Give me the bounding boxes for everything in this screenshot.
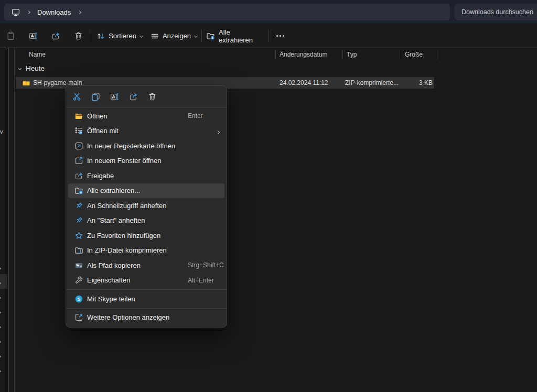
share-icon — [74, 171, 83, 180]
skype-icon: S — [74, 295, 83, 303]
menu-separator — [66, 289, 227, 290]
menu-separator — [66, 308, 227, 309]
tree-expand-icon[interactable] — [0, 277, 3, 282]
view-icon — [151, 32, 159, 40]
file-date: 24.02.2024 11:12 — [280, 79, 328, 86]
search-placeholder: Downloads durchsuchen — [461, 8, 533, 16]
menu-item-skype-teilen[interactable]: S Mit Skype teilen — [66, 291, 227, 307]
submenu-chevron-icon — [217, 126, 219, 136]
monitor-icon — [12, 8, 20, 16]
share-button[interactable] — [47, 27, 65, 45]
menu-item-neue-registerkarte[interactable]: In neuer Registerkarte öffnen — [66, 138, 227, 154]
star-icon — [74, 231, 83, 240]
column-header-name[interactable]: Name — [29, 51, 46, 58]
tree-expand-icon[interactable] — [0, 292, 3, 297]
chevron-down-icon — [139, 34, 143, 38]
menu-item-alle-extrahieren[interactable]: Alle extrahieren... — [68, 183, 224, 199]
column-header-date[interactable]: Änderungsdatum — [280, 51, 327, 58]
view-button[interactable]: Anzeigen — [149, 27, 198, 45]
cut-button[interactable] — [70, 90, 83, 103]
tree-expand-icon[interactable] — [0, 336, 3, 341]
menu-item-freigabe[interactable]: Freigabe — [66, 168, 227, 183]
show-more-icon — [74, 313, 83, 322]
menu-item-zip-komprimieren[interactable]: In ZIP-Datei komprimieren — [66, 243, 227, 258]
rename-button[interactable] — [108, 90, 121, 103]
chevron-down-icon — [194, 34, 198, 38]
menu-item-schnellzugriff-anheften[interactable]: An Schnellzugriff anheften — [66, 198, 227, 213]
menu-item-oeffnen[interactable]: Öffnen Enter — [66, 108, 227, 124]
delete-icon — [148, 92, 157, 101]
paste-icon — [6, 31, 15, 40]
menu-item-neues-fenster[interactable]: In neuem Fenster öffnen — [66, 154, 227, 169]
title-address-bar: Downloads Downloads durchsuchen — [0, 0, 537, 24]
column-separator[interactable] — [275, 50, 276, 59]
share-icon — [129, 92, 138, 101]
column-header-size[interactable]: Größe — [405, 51, 423, 58]
pin-icon — [74, 216, 83, 225]
quick-actions-bar — [66, 86, 227, 107]
share-button[interactable] — [126, 90, 140, 103]
breadcrumb[interactable]: Downloads — [37, 8, 71, 16]
group-header-heute[interactable]: Heute — [18, 64, 45, 72]
paste-button[interactable] — [2, 27, 19, 45]
toolbar-separator — [91, 30, 91, 42]
sort-label: Sortieren — [109, 32, 136, 40]
tree-expand-icon[interactable] — [0, 321, 3, 326]
menu-item-eigenschaften[interactable]: Eigenschaften Alt+Enter — [66, 273, 227, 288]
tree-expand-icon[interactable] — [0, 307, 3, 312]
tree-expand-icon[interactable] — [0, 365, 3, 371]
command-toolbar: Sortieren Anzeigen Alle extrahieren — [0, 24, 537, 48]
column-separator[interactable] — [437, 50, 437, 59]
cut-icon — [72, 92, 81, 101]
toolbar-separator — [268, 30, 269, 42]
rename-icon — [29, 31, 38, 40]
group-label: Heute — [26, 64, 45, 72]
toolbar-separator — [201, 30, 202, 42]
menu-item-favoriten[interactable]: Zu Favoriten hinzufügen — [66, 228, 227, 243]
chevron-right-icon — [78, 10, 81, 14]
delete-button[interactable] — [145, 90, 159, 103]
wrench-icon — [74, 276, 83, 285]
tree-expand-icon[interactable]: v — [0, 128, 3, 135]
shortcut-label: Enter — [188, 112, 203, 119]
pane-splitter[interactable] — [8, 48, 8, 392]
chevron-down-icon — [18, 67, 22, 70]
copy-path-icon — [74, 261, 83, 270]
zip-folder-icon — [22, 79, 30, 89]
rename-icon — [110, 92, 119, 101]
context-menu: Öffnen Enter Öffnen mit — [66, 85, 227, 328]
delete-icon — [74, 31, 83, 40]
more-options-button[interactable] — [272, 27, 288, 45]
extract-icon — [74, 186, 83, 195]
menu-item-weitere-optionen[interactable]: Weitere Optionen anzeigen — [66, 310, 227, 325]
column-header-type[interactable]: Typ — [347, 51, 357, 58]
copy-button[interactable] — [89, 90, 102, 103]
column-separator[interactable] — [342, 50, 343, 59]
view-label: Anzeigen — [163, 32, 191, 40]
rename-button[interactable] — [24, 27, 42, 45]
delete-button[interactable] — [69, 27, 87, 45]
new-tab-icon — [74, 141, 83, 150]
file-size: 3 KB — [362, 79, 433, 86]
column-separator[interactable] — [400, 50, 400, 59]
pane-edge-line — [14, 48, 15, 392]
extract-icon — [206, 31, 215, 40]
tree-expand-icon[interactable] — [0, 263, 3, 268]
shortcut-label: Alt+Enter — [188, 277, 214, 284]
shortcut-label: Strg+Shift+C — [188, 262, 224, 269]
search-input[interactable]: Downloads durchsuchen — [455, 4, 537, 20]
zip-compress-icon — [74, 246, 83, 255]
tree-expand-icon[interactable] — [0, 351, 3, 356]
extract-all-button[interactable]: Alle extrahieren — [206, 27, 266, 45]
extract-all-label: Alle extrahieren — [219, 28, 266, 44]
menu-item-oeffnen-mit[interactable]: Öffnen mit — [66, 124, 227, 139]
sort-button[interactable]: Sortieren — [95, 27, 144, 45]
address-bar[interactable]: Downloads — [4, 4, 450, 20]
chevron-right-icon — [27, 10, 30, 14]
open-with-icon — [74, 126, 83, 135]
menu-item-pfad-kopieren[interactable]: Als Pfad kopieren Strg+Shift+C — [66, 258, 227, 273]
new-window-icon — [74, 156, 83, 165]
menu-item-start-anheften[interactable]: An "Start" anheften — [66, 213, 227, 228]
share-icon — [51, 31, 60, 40]
svg-text:S: S — [77, 297, 80, 302]
